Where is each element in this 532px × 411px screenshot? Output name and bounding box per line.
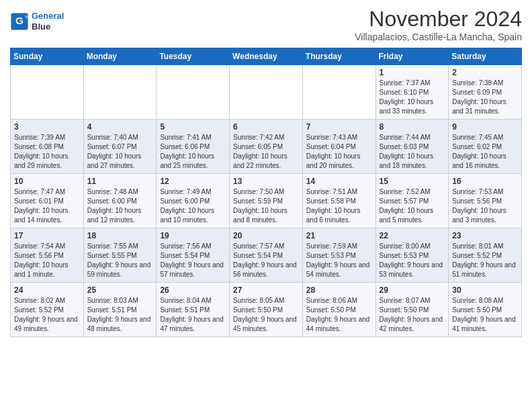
- calendar-cell: 15Sunrise: 7:52 AM Sunset: 5:57 PM Dayli…: [375, 174, 449, 228]
- calendar-cell: 3Sunrise: 7:39 AM Sunset: 6:08 PM Daylig…: [11, 120, 84, 174]
- day-info: Sunrise: 8:03 AM Sunset: 5:51 PM Dayligh…: [87, 296, 153, 334]
- day-number: 7: [306, 122, 372, 132]
- calendar-cell: 1Sunrise: 7:37 AM Sunset: 6:10 PM Daylig…: [375, 65, 449, 120]
- day-number: 8: [380, 122, 445, 132]
- day-number: 5: [160, 122, 226, 132]
- day-info: Sunrise: 7:41 AM Sunset: 6:06 PM Dayligh…: [160, 133, 226, 171]
- day-number: 18: [87, 231, 153, 240]
- day-info: Sunrise: 7:40 AM Sunset: 6:07 PM Dayligh…: [87, 133, 153, 171]
- day-number: 23: [452, 231, 518, 240]
- calendar-cell: 9Sunrise: 7:45 AM Sunset: 6:02 PM Daylig…: [449, 120, 522, 174]
- day-info: Sunrise: 7:48 AM Sunset: 6:00 PM Dayligh…: [87, 187, 153, 225]
- calendar-week-row: 17Sunrise: 7:54 AM Sunset: 5:56 PM Dayli…: [11, 228, 522, 283]
- calendar-cell: 8Sunrise: 7:44 AM Sunset: 6:03 PM Daylig…: [375, 120, 449, 174]
- calendar-cell: 4Sunrise: 7:40 AM Sunset: 6:07 PM Daylig…: [83, 120, 157, 174]
- calendar-cell: 17Sunrise: 7:54 AM Sunset: 5:56 PM Dayli…: [11, 228, 84, 283]
- day-info: Sunrise: 8:07 AM Sunset: 5:50 PM Dayligh…: [380, 296, 445, 334]
- day-number: 16: [452, 177, 518, 186]
- logo-text-general: General: [32, 11, 64, 21]
- calendar-cell: 10Sunrise: 7:47 AM Sunset: 6:01 PM Dayli…: [11, 174, 84, 228]
- calendar-table: SundayMondayTuesdayWednesdayThursdayFrid…: [10, 48, 522, 337]
- calendar-cell: 5Sunrise: 7:41 AM Sunset: 6:06 PM Daylig…: [157, 120, 230, 174]
- calendar-cell: 11Sunrise: 7:48 AM Sunset: 6:00 PM Dayli…: [83, 174, 157, 228]
- page-header: G General Blue November 2024 Villapalaci…: [10, 7, 522, 42]
- day-info: Sunrise: 7:52 AM Sunset: 5:57 PM Dayligh…: [380, 187, 445, 225]
- day-number: 30: [452, 285, 518, 295]
- day-number: 4: [87, 122, 153, 132]
- calendar-cell: [11, 65, 84, 120]
- svg-text:G: G: [15, 15, 24, 26]
- day-number: 21: [306, 231, 372, 240]
- calendar-cell: [302, 65, 375, 120]
- day-info: Sunrise: 8:08 AM Sunset: 5:50 PM Dayligh…: [452, 296, 518, 334]
- day-number: 28: [306, 285, 372, 295]
- calendar-cell: [230, 65, 303, 120]
- calendar-cell: 30Sunrise: 8:08 AM Sunset: 5:50 PM Dayli…: [449, 283, 522, 337]
- weekday-header-saturday: Saturday: [449, 48, 522, 65]
- calendar-week-row: 24Sunrise: 8:02 AM Sunset: 5:52 PM Dayli…: [11, 283, 522, 337]
- day-number: 2: [452, 68, 518, 77]
- month-title: November 2024: [355, 7, 522, 32]
- day-number: 3: [14, 122, 80, 132]
- calendar-cell: 23Sunrise: 8:01 AM Sunset: 5:52 PM Dayli…: [449, 228, 522, 283]
- day-info: Sunrise: 7:55 AM Sunset: 5:55 PM Dayligh…: [87, 242, 153, 279]
- location-title: Villapalacios, Castille-La Mancha, Spain: [355, 32, 522, 42]
- day-number: 26: [160, 285, 226, 295]
- calendar-cell: 6Sunrise: 7:42 AM Sunset: 6:05 PM Daylig…: [230, 120, 303, 174]
- day-info: Sunrise: 8:00 AM Sunset: 5:53 PM Dayligh…: [380, 242, 445, 279]
- day-info: Sunrise: 7:38 AM Sunset: 6:09 PM Dayligh…: [452, 79, 518, 116]
- day-number: 6: [233, 122, 299, 132]
- day-number: 14: [306, 177, 372, 186]
- calendar-cell: 2Sunrise: 7:38 AM Sunset: 6:09 PM Daylig…: [449, 65, 522, 120]
- logo-text-blue: Blue: [32, 21, 64, 32]
- calendar-body: 1Sunrise: 7:37 AM Sunset: 6:10 PM Daylig…: [11, 65, 522, 337]
- day-number: 9: [452, 122, 518, 132]
- calendar-cell: [83, 65, 157, 120]
- calendar-cell: 7Sunrise: 7:43 AM Sunset: 6:04 PM Daylig…: [302, 120, 375, 174]
- weekday-header-wednesday: Wednesday: [230, 48, 303, 65]
- day-number: 17: [14, 231, 80, 240]
- day-info: Sunrise: 7:43 AM Sunset: 6:04 PM Dayligh…: [306, 133, 372, 171]
- calendar-cell: 21Sunrise: 7:59 AM Sunset: 5:53 PM Dayli…: [302, 228, 375, 283]
- weekday-header-sunday: Sunday: [11, 48, 84, 65]
- day-info: Sunrise: 8:01 AM Sunset: 5:52 PM Dayligh…: [452, 242, 518, 279]
- calendar-week-row: 3Sunrise: 7:39 AM Sunset: 6:08 PM Daylig…: [11, 120, 522, 174]
- day-info: Sunrise: 8:04 AM Sunset: 5:51 PM Dayligh…: [160, 296, 226, 334]
- calendar-header: SundayMondayTuesdayWednesdayThursdayFrid…: [11, 48, 522, 65]
- calendar-cell: 29Sunrise: 8:07 AM Sunset: 5:50 PM Dayli…: [375, 283, 449, 337]
- day-info: Sunrise: 7:39 AM Sunset: 6:08 PM Dayligh…: [14, 133, 80, 171]
- calendar-cell: 18Sunrise: 7:55 AM Sunset: 5:55 PM Dayli…: [83, 228, 157, 283]
- day-info: Sunrise: 8:02 AM Sunset: 5:52 PM Dayligh…: [14, 296, 80, 334]
- calendar-cell: [157, 65, 230, 120]
- day-number: 25: [87, 285, 153, 295]
- day-info: Sunrise: 7:47 AM Sunset: 6:01 PM Dayligh…: [14, 187, 80, 225]
- day-number: 20: [233, 231, 299, 240]
- day-number: 19: [160, 231, 226, 240]
- day-info: Sunrise: 7:37 AM Sunset: 6:10 PM Dayligh…: [380, 79, 445, 116]
- day-number: 10: [14, 177, 80, 186]
- calendar-cell: 14Sunrise: 7:51 AM Sunset: 5:58 PM Dayli…: [302, 174, 375, 228]
- day-info: Sunrise: 7:50 AM Sunset: 5:59 PM Dayligh…: [233, 187, 299, 225]
- logo: G General Blue: [10, 11, 64, 32]
- calendar-cell: 12Sunrise: 7:49 AM Sunset: 6:00 PM Dayli…: [157, 174, 230, 228]
- calendar-cell: 26Sunrise: 8:04 AM Sunset: 5:51 PM Dayli…: [157, 283, 230, 337]
- day-info: Sunrise: 7:44 AM Sunset: 6:03 PM Dayligh…: [380, 133, 445, 171]
- calendar-week-row: 1Sunrise: 7:37 AM Sunset: 6:10 PM Daylig…: [11, 65, 522, 120]
- day-number: 24: [14, 285, 80, 295]
- day-number: 15: [380, 177, 445, 186]
- day-info: Sunrise: 7:45 AM Sunset: 6:02 PM Dayligh…: [452, 133, 518, 171]
- calendar-week-row: 10Sunrise: 7:47 AM Sunset: 6:01 PM Dayli…: [11, 174, 522, 228]
- calendar-cell: 27Sunrise: 8:05 AM Sunset: 5:50 PM Dayli…: [230, 283, 303, 337]
- day-number: 29: [380, 285, 445, 295]
- day-number: 11: [87, 177, 153, 186]
- calendar-cell: 13Sunrise: 7:50 AM Sunset: 5:59 PM Dayli…: [230, 174, 303, 228]
- day-number: 12: [160, 177, 226, 186]
- calendar-cell: 24Sunrise: 8:02 AM Sunset: 5:52 PM Dayli…: [11, 283, 84, 337]
- day-info: Sunrise: 7:53 AM Sunset: 5:56 PM Dayligh…: [452, 187, 518, 225]
- weekday-header-tuesday: Tuesday: [157, 48, 230, 65]
- day-number: 22: [380, 231, 445, 240]
- weekday-header-friday: Friday: [375, 48, 449, 65]
- day-info: Sunrise: 8:05 AM Sunset: 5:50 PM Dayligh…: [233, 296, 299, 334]
- day-info: Sunrise: 8:06 AM Sunset: 5:50 PM Dayligh…: [306, 296, 372, 334]
- calendar-cell: 20Sunrise: 7:57 AM Sunset: 5:54 PM Dayli…: [230, 228, 303, 283]
